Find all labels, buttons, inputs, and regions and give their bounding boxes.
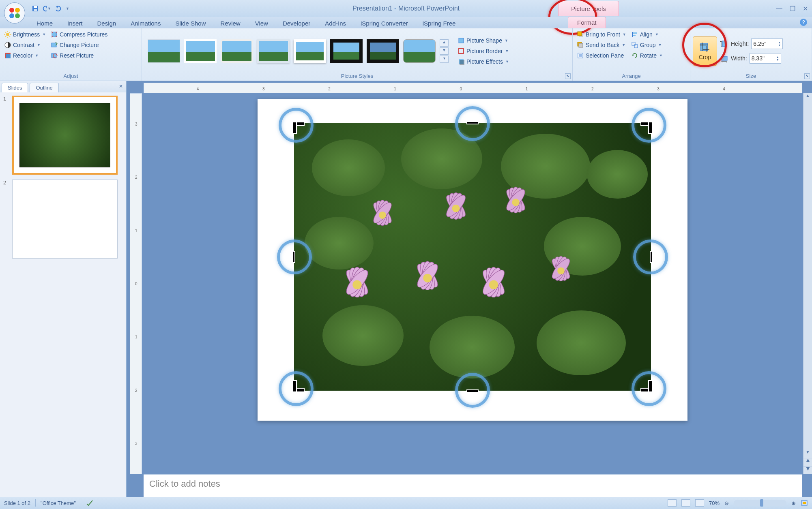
undo-icon [42, 5, 47, 12]
restore-button[interactable]: ❐ [790, 5, 795, 13]
tab-developer[interactable]: Developer [275, 18, 318, 28]
crop-handle-br[interactable] [641, 381, 653, 392]
bring-front-icon [577, 31, 584, 38]
group-arrange: Bring to Front▼ Send to Back▼ Selection … [573, 28, 690, 81]
minimize-button[interactable]: — [776, 5, 782, 13]
svg-rect-40 [722, 41, 726, 47]
office-button[interactable] [4, 2, 25, 24]
compress-pictures-button[interactable]: Compress Pictures [49, 30, 109, 39]
group-button[interactable]: Group▼ [629, 41, 664, 49]
svg-point-1 [15, 8, 20, 13]
crop-handle-tr[interactable] [641, 122, 653, 133]
redo-icon [54, 5, 62, 12]
style-thumb[interactable] [367, 39, 399, 63]
slide-canvas[interactable] [258, 99, 687, 421]
zoom-slider[interactable] [734, 500, 786, 506]
tab-slideshow[interactable]: Slide Show [168, 18, 213, 28]
styles-launcher[interactable]: ⬊ [565, 73, 571, 79]
reset-picture-icon [51, 52, 58, 59]
zoom-in-button[interactable]: ⊕ [791, 500, 796, 506]
brightness-button[interactable]: Brightness▼ [2, 30, 47, 39]
size-launcher[interactable]: ⬊ [804, 73, 810, 79]
style-thumb[interactable] [221, 39, 253, 63]
pane-tab-slides[interactable]: Slides [2, 83, 28, 92]
style-thumb[interactable] [294, 39, 326, 63]
recolor-button[interactable]: Recolor▼ [2, 51, 47, 60]
crop-button[interactable]: Crop [693, 36, 717, 66]
notes-pane[interactable]: Click to add notes [144, 474, 802, 497]
align-button[interactable]: Align▼ [629, 30, 664, 39]
tab-addins[interactable]: Add-Ins [318, 18, 353, 28]
tab-view[interactable]: View [248, 18, 275, 28]
send-back-icon [577, 41, 584, 49]
view-normal-button[interactable] [668, 499, 677, 507]
svg-rect-18 [6, 54, 11, 58]
gallery-scroll[interactable]: ▲▼▾ [440, 39, 449, 63]
style-thumb[interactable] [330, 39, 363, 63]
save-button[interactable] [31, 4, 40, 13]
tab-format[interactable]: Format [568, 17, 606, 28]
tab-ispring-free[interactable]: iSpring Free [415, 18, 463, 28]
picture-shape-button[interactable]: Picture Shape▼ [456, 36, 511, 45]
selection-pane-button[interactable]: Selection Pane [575, 51, 628, 60]
rotate-button[interactable]: Rotate▼ [629, 51, 664, 60]
crop-handle-top[interactable] [466, 121, 479, 124]
svg-point-65 [352, 280, 362, 290]
view-slideshow-button[interactable] [695, 499, 704, 507]
selection-pane-icon [577, 52, 584, 59]
group-icon [631, 41, 638, 49]
tab-ispring-converter[interactable]: iSpring Converter [353, 18, 415, 28]
vertical-scrollbar[interactable]: ▲ ▼ ⯅ ⯆ [803, 93, 812, 474]
tab-home[interactable]: Home [29, 18, 60, 28]
tab-insert[interactable]: Insert [60, 18, 90, 28]
change-picture-button[interactable]: Change Picture [49, 41, 109, 49]
contrast-button[interactable]: Contrast▼ [2, 41, 47, 49]
crop-handle-tl[interactable] [292, 122, 304, 133]
height-input[interactable]: 6.25"▲▼ [751, 38, 783, 49]
tab-design[interactable]: Design [90, 18, 124, 28]
horizontal-ruler: 4 3 2 1 0 1 2 3 4 [144, 83, 802, 93]
reset-picture-button[interactable]: Reset Picture [49, 51, 109, 60]
svg-rect-25 [460, 60, 464, 65]
prev-slide-button[interactable]: ⯅ [803, 458, 812, 466]
help-button[interactable]: ? [800, 19, 807, 26]
svg-rect-85 [803, 502, 806, 504]
slide-thumb-1[interactable]: 1 [3, 96, 123, 175]
redo-button[interactable] [54, 4, 62, 13]
undo-button[interactable]: ▼ [42, 4, 51, 13]
style-thumb[interactable] [184, 39, 217, 63]
style-thumb[interactable] [403, 39, 436, 63]
qat-customize-button[interactable]: ▼ [66, 6, 69, 11]
group-label-styles: Picture Styles [144, 72, 570, 80]
picture-styles-gallery[interactable]: ▲▼▾ [144, 38, 452, 64]
view-sorter-button[interactable] [681, 499, 690, 507]
bring-to-front-button[interactable]: Bring to Front▼ [575, 30, 628, 39]
width-input[interactable]: 8.33"▲▼ [750, 53, 781, 64]
pane-tab-outline[interactable]: Outline [30, 83, 58, 92]
group-picture-styles: ▲▼▾ Picture Shape▼ Picture Border▼ Pictu… [142, 28, 573, 81]
recolor-icon [4, 52, 11, 59]
crop-handle-bl[interactable] [292, 381, 304, 392]
crop-handle-right[interactable] [650, 251, 653, 263]
style-thumb[interactable] [257, 39, 290, 63]
next-slide-button[interactable]: ⯆ [803, 466, 812, 474]
slide-thumb-2[interactable]: 2 [3, 180, 123, 259]
picture-object[interactable] [294, 123, 651, 391]
contextual-tab-picture-tools: Picture Tools [558, 1, 619, 16]
style-thumb[interactable] [148, 39, 180, 63]
svg-line-14 [5, 36, 6, 37]
picture-effects-button[interactable]: Picture Effects▼ [456, 57, 511, 66]
close-button[interactable]: ✕ [803, 5, 808, 13]
crop-icon [699, 42, 711, 54]
tab-review[interactable]: Review [213, 18, 247, 28]
picture-border-button[interactable]: Picture Border▼ [456, 47, 511, 56]
spellcheck-icon[interactable] [86, 500, 93, 506]
tab-animations[interactable]: Animations [123, 18, 168, 28]
crop-handle-left[interactable] [292, 251, 295, 263]
fit-to-window-button[interactable] [801, 500, 808, 506]
title-bar: ▼ ▼ Presentation1 - Microsoft PowerPoint… [0, 0, 812, 17]
zoom-out-button[interactable]: ⊖ [724, 500, 729, 506]
crop-handle-bottom[interactable] [466, 389, 479, 393]
pane-close-button[interactable]: ✕ [119, 83, 123, 89]
send-to-back-button[interactable]: Send to Back▼ [575, 41, 628, 49]
